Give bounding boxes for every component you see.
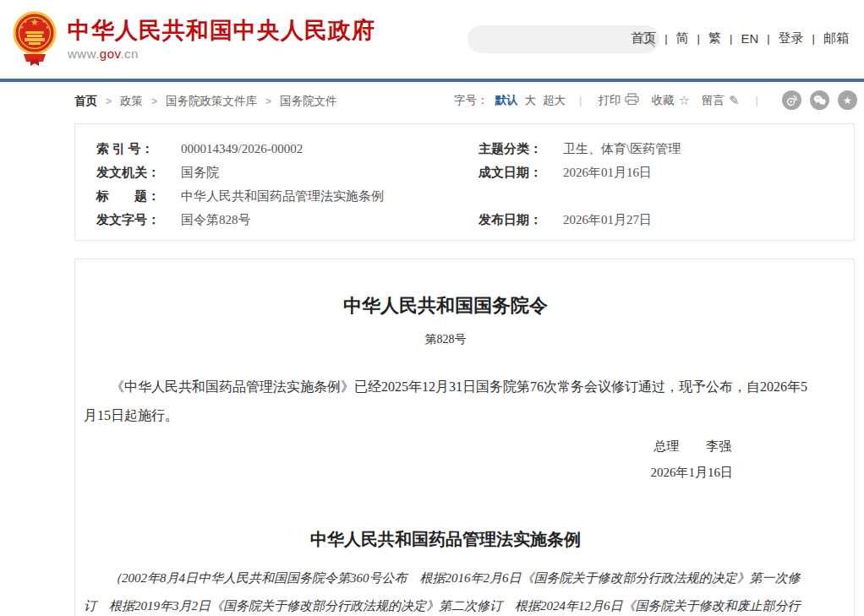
breadcrumb-toolbar-row: 首页 > 政策 > 国务院政策文件库 > 国务院文件 字号： 默认 大 超大 |… xyxy=(0,82,864,123)
weibo-share-icon[interactable] xyxy=(782,90,801,110)
favorite-label: 收藏 xyxy=(651,93,674,108)
svg-text:★: ★ xyxy=(20,25,25,30)
comment-label: 留言 xyxy=(702,93,725,108)
svg-text:★: ★ xyxy=(46,25,50,30)
document-content-box: 中华人民共和国国务院令 第828号 《中华人民共和国药品管理法实施条例》已经20… xyxy=(74,259,855,616)
chevron-right-icon: > xyxy=(106,95,112,107)
meta-label-written-date: 成文日期： xyxy=(478,165,563,181)
font-size-large-button[interactable]: 大 xyxy=(524,93,536,108)
svg-text:★: ★ xyxy=(24,19,28,24)
meta-label-title: 标 题： xyxy=(96,188,181,204)
meta-value-title: 中华人民共和国药品管理法实施条例 xyxy=(181,188,478,204)
chevron-right-icon: > xyxy=(151,95,157,107)
site-header: ★ ★ ★ ★ ★ 中华人民共和国中央人民政府 www.gov.cn 首页 xyxy=(0,0,864,79)
printer-icon xyxy=(625,93,639,108)
meta-value-doc-number: 国令第828号 xyxy=(181,212,478,228)
signature-line: 总理 李强 xyxy=(84,439,807,455)
decree-title: 中华人民共和国国务院令 xyxy=(84,293,807,319)
meta-value-written-date: 2026年01月16日 xyxy=(563,165,854,181)
star-icon: ☆ xyxy=(678,93,689,108)
font-size-label: 字号： xyxy=(454,93,489,108)
breadcrumb-state-council-docs[interactable]: 国务院文件 xyxy=(280,94,337,109)
top-nav: 首页 | 简 | 繁 | EN | 登录 | 邮箱 xyxy=(622,30,857,46)
star-glyph: ★ xyxy=(843,95,852,106)
social-share-group: ★ xyxy=(774,90,857,110)
signer-title: 总理 xyxy=(653,439,679,453)
site-url-www: www. xyxy=(68,46,100,61)
nav-traditional[interactable]: 繁 xyxy=(700,30,730,46)
nav-simplified[interactable]: 简 xyxy=(668,30,697,46)
table-row: 发文字号： 国令第828号 发布日期： 2026年01月27日 xyxy=(96,208,854,232)
document-content: 中华人民共和国国务院令 第828号 《中华人民共和国药品管理法实施条例》已经20… xyxy=(75,259,854,616)
document-meta-table: 索 引 号： 000014349/2026-00002 主题分类： 卫生、体育\… xyxy=(74,123,855,241)
sign-date: 2026年1月16日 xyxy=(84,465,807,481)
breadcrumb: 首页 > 政策 > 国务院政策文件库 > 国务院文件 xyxy=(74,94,337,109)
comment-button[interactable]: 留言 ✎ xyxy=(702,93,740,108)
table-row: 发文机关： 国务院 成文日期： 2026年01月16日 xyxy=(96,161,854,184)
wechat-share-icon[interactable] xyxy=(810,90,829,110)
svg-text:★: ★ xyxy=(30,17,39,27)
site-url-cn: .cn xyxy=(120,46,139,61)
meta-label-index-number: 索 引 号： xyxy=(96,141,181,157)
print-button[interactable]: 打印 xyxy=(598,93,639,108)
meta-label-doc-number: 发文字号： xyxy=(96,212,181,228)
svg-text:★: ★ xyxy=(42,19,46,24)
nav-english[interactable]: EN xyxy=(732,31,767,46)
font-size-xlarge-button[interactable]: 超大 xyxy=(543,93,566,108)
table-row: 标 题： 中华人民共和国药品管理法实施条例 xyxy=(96,184,854,208)
page-toolbar: 字号： 默认 大 超大 | 打印 收藏 ☆ 留言 ✎ | xyxy=(454,90,857,110)
site-brand[interactable]: ★ ★ ★ ★ ★ 中华人民共和国中央人民政府 www.gov.cn xyxy=(12,10,375,68)
breadcrumb-policy-library[interactable]: 国务院政策文件库 xyxy=(166,94,257,109)
breadcrumb-policy[interactable]: 政策 xyxy=(120,94,143,109)
site-url: www.gov.cn xyxy=(68,46,375,61)
national-emblem-logo: ★ ★ ★ ★ ★ xyxy=(12,10,57,68)
decree-number: 第828号 xyxy=(84,332,807,347)
site-url-gov: gov xyxy=(100,46,121,61)
divider: | xyxy=(579,94,582,106)
law-title: 中华人民共和国药品管理法实施条例 xyxy=(84,528,807,551)
meta-value-issuing-agency: 国务院 xyxy=(181,165,478,181)
table-row: 索 引 号： 000014349/2026-00002 主题分类： 卫生、体育\… xyxy=(96,137,854,161)
print-label: 打印 xyxy=(598,93,621,108)
font-size-default-button[interactable]: 默认 xyxy=(495,93,517,108)
meta-label-publish-date: 发布日期： xyxy=(478,212,563,228)
law-revision-history: （2002年8月4日中华人民共和国国务院令第360号公布 根据2016年2月6日… xyxy=(84,564,807,616)
chevron-right-icon: > xyxy=(265,95,271,107)
decree-body-paragraph: 《中华人民共和国药品管理法实施条例》已经2025年12月31日国务院第76次常务… xyxy=(84,373,807,430)
search-input[interactable] xyxy=(468,33,639,46)
divider: | xyxy=(755,94,758,106)
nav-mailbox[interactable]: 邮箱 xyxy=(815,30,857,46)
meta-label-issuing-agency: 发文机关： xyxy=(96,165,181,181)
meta-label-topic-category: 主题分类： xyxy=(478,141,563,157)
meta-value-index-number: 000014349/2026-00002 xyxy=(181,142,478,156)
signer-name: 李强 xyxy=(706,439,731,453)
brand-text: 中华人民共和国中央人民政府 www.gov.cn xyxy=(68,18,375,61)
pencil-icon: ✎ xyxy=(729,93,740,108)
meta-value-publish-date: 2026年01月27日 xyxy=(563,212,854,228)
qzone-share-icon[interactable]: ★ xyxy=(838,90,857,110)
nav-home[interactable]: 首页 xyxy=(622,30,664,46)
site-title: 中华人民共和国中央人民政府 xyxy=(68,18,375,43)
meta-value-topic-category: 卫生、体育\医药管理 xyxy=(563,141,854,157)
breadcrumb-home[interactable]: 首页 xyxy=(74,94,97,109)
nav-login[interactable]: 登录 xyxy=(770,30,812,46)
favorite-button[interactable]: 收藏 ☆ xyxy=(651,93,689,108)
